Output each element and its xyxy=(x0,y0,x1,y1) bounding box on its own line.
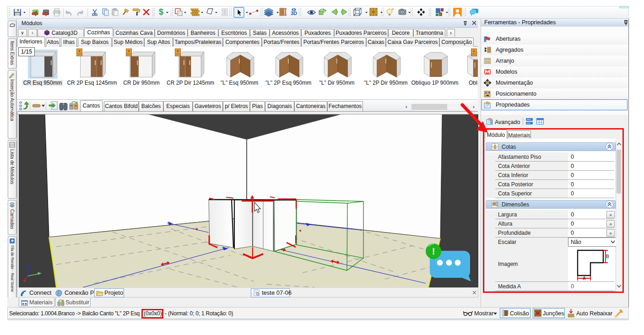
svg-text:$: $ xyxy=(159,7,163,16)
svg-text:!: ! xyxy=(432,246,435,256)
svg-text:3D: 3D xyxy=(291,11,297,16)
